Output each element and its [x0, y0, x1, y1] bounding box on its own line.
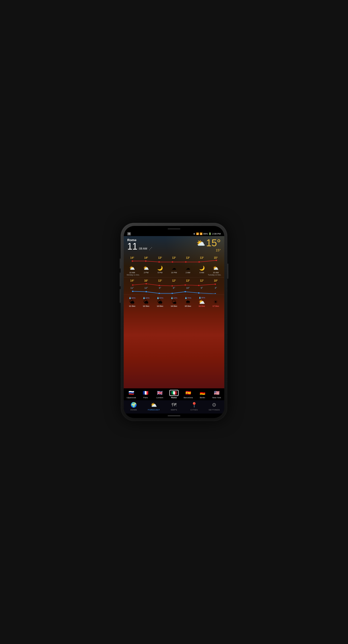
temp-h5: 13° [183, 256, 193, 259]
hour-item-4: ☁ 10 PM [169, 265, 179, 274]
dlow-1: 11° [127, 287, 137, 289]
nav-forecast[interactable]: ⛅ FORECAST [146, 402, 162, 411]
rain-date-7: 17 Dec [213, 305, 219, 307]
rain-date-3: 13 Dec [157, 305, 163, 307]
hour-time-2: 2 PM [144, 271, 149, 274]
hour-time-4: 10 PM [171, 271, 177, 274]
current-weather-right: ⛅ 15° 15° [196, 238, 221, 252]
svg-point-9 [159, 285, 160, 286]
nav-settings[interactable]: ⚙ SETTINGS [207, 402, 222, 411]
hour-icon-7: ⛅ [213, 265, 218, 271]
bottom-bar [124, 413, 224, 418]
dhigh-1: 14° [127, 279, 137, 282]
rain-icon-7: ☀ [213, 299, 218, 305]
rain-icon-6: ⛅ [199, 299, 205, 305]
rain-pct-6: 💧35% [199, 297, 205, 299]
rain-item-4: 💧10% 🌤 14 Dec [169, 297, 179, 307]
status-time: 2:08 PM [212, 233, 221, 235]
dlow-4: 6° [169, 287, 179, 289]
city-pill-barcelona[interactable]: 🇪🇸 Barcelona [182, 390, 195, 399]
daily-temps-section: 14° 16° 13° 12° 13° 12° 10° [124, 278, 224, 294]
rain-pct-1: 💧50% [129, 297, 135, 299]
svg-point-19 [198, 292, 200, 294]
temp-h3: 13° [155, 256, 165, 259]
rain-date-4: 14 Dec [171, 305, 177, 307]
city-pill-rome[interactable]: 🇮🇹 Rome [167, 390, 181, 399]
svg-point-3 [172, 261, 173, 263]
screen-content: 🖼 ⊕ 📶 📶 89% 🔋 2:08 PM Rome [124, 226, 224, 418]
city-flag-berlin: 🇩🇪 [198, 390, 207, 396]
current-weather-icon: ⛅ [196, 239, 205, 247]
home-icon: 🌍 [131, 402, 137, 408]
rain-icon-2: 🌦 [144, 299, 149, 305]
dhigh-4: 12° [169, 279, 179, 282]
svg-point-17 [171, 293, 173, 294]
battery-icon: 🔋 [209, 233, 211, 235]
rain-pct-5: 💧75% [185, 297, 191, 299]
temp-h2: 14° [141, 256, 151, 259]
hour-item-7: ⛅ 10 AM [210, 265, 221, 274]
first-temp-row: 14° 14° 13° 13° 13° 13° 15° [124, 256, 224, 264]
rain-date-5: 15 Dec [185, 305, 191, 307]
city-name-ulyanovsk: Ulyanovsk [127, 396, 136, 399]
volume-down-button[interactable] [120, 272, 121, 286]
svg-point-8 [146, 283, 147, 284]
city-flag-london: 🇬🇧 [155, 390, 164, 396]
rain-icon-4: 🌤 [171, 299, 177, 305]
city-pill-berlin[interactable]: 🇩🇪 Berlin [196, 390, 209, 399]
svg-point-1 [145, 260, 147, 262]
hour-item-5: ☁ 2 AM [183, 265, 193, 274]
nav-cities-label: CITIES [191, 409, 198, 411]
svg-point-20 [215, 293, 216, 294]
city-name-newyork: New York [212, 396, 221, 399]
hour-icon-6: 🌙 [199, 265, 205, 271]
nav-cities[interactable]: 📍 CITIES [186, 402, 202, 411]
rain-date-1: 11 Dec [129, 305, 136, 307]
hour-item-3: 🌙 6 PM [155, 265, 165, 274]
city-name-berlin: Berlin [200, 396, 205, 399]
hour-icon-5: ☁ [186, 265, 190, 271]
city-pill-london[interactable]: 🇬🇧 London [153, 390, 166, 399]
hourly-icons-row: ⛅ 10 AM ⛅ 2 PM 🌙 6 PM ☁ 10 PM [124, 264, 224, 274]
volume-up-button[interactable] [120, 258, 121, 269]
current-condition-row: ⛅ 15° [196, 238, 221, 248]
nav-forecast-label: FORECAST [148, 409, 160, 411]
nav-settings-label: SETTINGS [209, 409, 220, 411]
svg-point-5 [198, 261, 200, 263]
rain-item-5: 💧75% 🌧 15 Dec [183, 297, 193, 307]
day-label-mon: Monday 11 Dec. [127, 274, 140, 276]
temp-h7: 15° [211, 256, 220, 259]
hour-item-6: 🌙 6 AM [197, 265, 207, 274]
share-icon[interactable]: ⋰ [149, 247, 152, 250]
nav-home[interactable]: 🌍 HOME [126, 402, 141, 411]
speaker-grille [168, 228, 180, 229]
hour-icon-2: ⛅ [143, 265, 149, 271]
daily-low-curve [125, 289, 223, 294]
city-pill-paris[interactable]: 🇫🇷 Paris [139, 390, 152, 399]
city-pill-newyork[interactable]: 🇺🇸 New York [210, 390, 223, 399]
rain-item-3: 💧55% 🌦 13 Dec [155, 297, 165, 307]
hour-item-2: ⛅ 2 PM [141, 265, 151, 274]
svg-point-18 [184, 291, 186, 292]
nav-maps[interactable]: 🗺 MAPS [166, 402, 182, 411]
power-button[interactable] [227, 264, 228, 279]
dhigh-5: 13° [183, 279, 193, 282]
daily-high-curve [125, 282, 223, 287]
phone-device: 🖼 ⊕ 📶 📶 89% 🔋 2:08 PM Rome [121, 223, 227, 421]
time-row: 11 :08 AM ⋰ [127, 242, 152, 251]
temp-h1: 14° [128, 256, 137, 259]
divider-2 [124, 295, 224, 295]
city-name-paris: Paris [143, 396, 148, 399]
camera-button[interactable] [120, 289, 121, 303]
rain-forecast-row: 💧50% 🌦 11 Dec 💧40% 🌦 12 Dec 💧55% 🌦 13 De… [124, 296, 224, 308]
time-hours: 11 [127, 242, 137, 251]
dlow-7: 3° [210, 287, 221, 289]
city-pill-ulyanovsk[interactable]: 🇷🇺 Ulyanovsk [125, 390, 138, 399]
phone-screen: 🖼 ⊕ 📶 📶 89% 🔋 2:08 PM Rome [124, 226, 224, 418]
photo-icon: 🖼 [127, 232, 131, 235]
hour-time-3: 6 PM [158, 271, 163, 274]
temp-h4: 13° [169, 256, 179, 259]
cities-icon: 📍 [191, 402, 197, 408]
city-selector: 🇷🇺 Ulyanovsk 🇫🇷 Paris 🇬🇧 London 🇮🇹 Rome [124, 388, 224, 400]
rain-item-7: 💧 ☀ 17 Dec [210, 297, 221, 307]
